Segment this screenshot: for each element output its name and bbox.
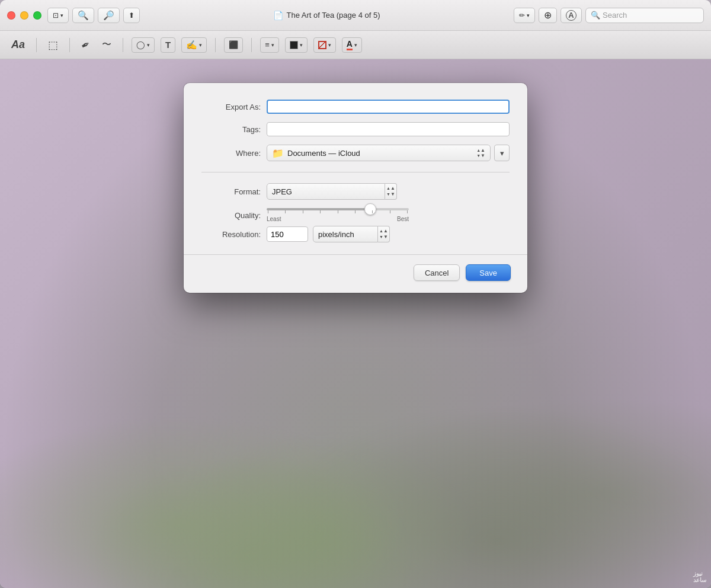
resolution-label: Resolution:	[201, 230, 267, 239]
unit-stepper[interactable]: ▲ ▼	[378, 226, 390, 242]
where-row: Where: 📁 Documents — iCloud ▲ ▼	[201, 145, 510, 161]
tick-6	[355, 210, 356, 213]
cursor-button[interactable]: A	[561, 8, 582, 23]
fill-dropdown-icon: ▾	[300, 42, 303, 48]
cancel-button[interactable]: Cancel	[414, 264, 460, 281]
tick-4	[320, 210, 321, 213]
dialog-footer: Cancel Save	[184, 254, 527, 281]
touch-button[interactable]: ⊕	[539, 8, 557, 23]
share-icon: ⬆	[129, 11, 134, 20]
sidebar-dropdown-icon: ▾	[60, 12, 63, 18]
shapes-button[interactable]: ◯ ▾	[132, 37, 155, 53]
tick-5	[338, 210, 338, 213]
minimize-button[interactable]	[20, 11, 28, 20]
sidebar-toggle-button[interactable]: ⊡ ▾	[47, 8, 69, 23]
format-row: Format: JPEG ▲ ▼	[201, 183, 510, 200]
unit-down-arrow: ▼	[379, 234, 388, 240]
toolbar-separator-4	[215, 38, 216, 52]
search-icon: 🔍	[591, 11, 600, 20]
font-dropdown-icon: ▾	[354, 42, 357, 48]
traffic-lights	[7, 11, 41, 20]
zoom-out-button[interactable]: 🔍	[72, 8, 94, 23]
align-button[interactable]: ≡ ▾	[260, 37, 279, 53]
format-value: JPEG	[272, 187, 292, 196]
search-box[interactable]: 🔍	[585, 8, 704, 23]
pen-draw-button[interactable]: ✒	[75, 34, 97, 56]
tick-8	[390, 210, 390, 213]
quality-slider-wrapper: Least Best	[267, 208, 409, 222]
window-title: 📄 The Art of Tea (page 4 of 5)	[273, 11, 380, 20]
tags-label: Tags:	[201, 125, 267, 134]
where-down-arrow: ▼	[476, 154, 485, 158]
title-area: 📄 The Art of Tea (page 4 of 5)	[140, 11, 514, 20]
content-area: نیوزساعد Export As: Tags:	[0, 59, 711, 588]
format-label: Format:	[201, 187, 267, 196]
quality-min-label: Least	[267, 216, 281, 222]
app-window: ⊡ ▾ 🔍 🔍 ⬆ 📄 The Art of Tea (page 4 of 5)…	[0, 0, 711, 588]
toolbar-separator-1	[36, 38, 37, 52]
chevron-down-icon: ▾	[500, 149, 504, 158]
shapes-dropdown-icon: ▾	[147, 42, 150, 48]
where-stepper[interactable]: ▲ ▼	[476, 148, 485, 158]
border-icon	[318, 41, 326, 49]
format-select[interactable]: JPEG	[267, 183, 385, 200]
save-button[interactable]: Save	[466, 264, 511, 281]
format-up-arrow: ▲	[386, 186, 395, 191]
unit-select[interactable]: pixels/inch	[313, 226, 378, 242]
unit-value: pixels/inch	[318, 230, 354, 239]
font-color-button[interactable]: A ▾	[342, 37, 362, 53]
where-value: Documents — iCloud	[287, 149, 470, 158]
toolbar-separator-5	[251, 38, 252, 52]
fill-color-button[interactable]: ▾	[285, 37, 308, 53]
export-as-row: Export As:	[201, 100, 510, 114]
zoom-in-button[interactable]: 🔍	[98, 8, 120, 23]
resolution-input[interactable]	[267, 226, 308, 242]
search-input[interactable]	[603, 11, 699, 20]
align-icon: ≡	[265, 40, 270, 49]
selection-button[interactable]: ⬚	[45, 37, 61, 53]
section-divider	[201, 172, 510, 172]
folder-icon: 📁	[272, 148, 284, 159]
pen-tool-button[interactable]: ✏ ▾	[514, 8, 535, 23]
quality-labels: Least Best	[267, 216, 409, 222]
export-as-input[interactable]	[267, 100, 510, 114]
tick-2	[285, 210, 286, 213]
sidebar-icon: ⊡	[53, 11, 59, 20]
toolbar-separator-3	[123, 38, 123, 52]
text-button[interactable]: T	[161, 37, 175, 53]
smooth-pen-button[interactable]: 〜	[99, 37, 114, 53]
modal-overlay: Export As: Tags: Where: 📁	[0, 59, 711, 588]
format-down-arrow: ▼	[386, 191, 395, 197]
close-button[interactable]	[7, 11, 15, 20]
document-icon: 📄	[273, 11, 283, 20]
annotation-toolbar: Aa ⬚ ✒ 〜 ◯ ▾ T ✍ ▾ ⬛ ≡ ▾ ▾	[0, 31, 711, 59]
format-stepper[interactable]: ▲ ▼	[385, 183, 397, 200]
insert-icon: ⬛	[229, 40, 238, 49]
border-dropdown-icon: ▾	[328, 42, 331, 48]
dialog-body: Export As: Tags: Where: 📁	[184, 100, 527, 242]
where-select[interactable]: 📁 Documents — iCloud ▲ ▼	[267, 145, 491, 161]
zoom-in-icon: 🔍	[103, 10, 114, 21]
unit-up-arrow: ▲	[379, 228, 388, 234]
export-dialog: Export As: Tags: Where: 📁	[184, 83, 527, 293]
sign-icon: ✍	[186, 40, 197, 50]
zoom-out-icon: 🔍	[78, 10, 89, 21]
maximize-button[interactable]	[33, 11, 41, 20]
quality-row: Quality:	[201, 208, 510, 222]
tick-1	[268, 210, 268, 213]
fill-icon	[290, 41, 298, 49]
touch-icon: ⊕	[544, 9, 552, 21]
font-style-button[interactable]: Aa	[8, 37, 28, 53]
share-button[interactable]: ⬆	[123, 8, 140, 23]
where-expand-button[interactable]: ▾	[494, 145, 510, 161]
where-label: Where:	[201, 149, 267, 158]
export-as-label: Export As:	[201, 103, 267, 111]
text-icon: T	[165, 40, 171, 50]
sign-button[interactable]: ✍ ▾	[181, 37, 207, 53]
tick-9	[407, 210, 408, 213]
insert-button[interactable]: ⬛	[224, 37, 243, 53]
sign-dropdown-icon: ▾	[199, 42, 202, 48]
tags-input[interactable]	[267, 122, 510, 136]
border-color-button[interactable]: ▾	[313, 37, 336, 53]
shapes-icon: ◯	[136, 40, 145, 49]
